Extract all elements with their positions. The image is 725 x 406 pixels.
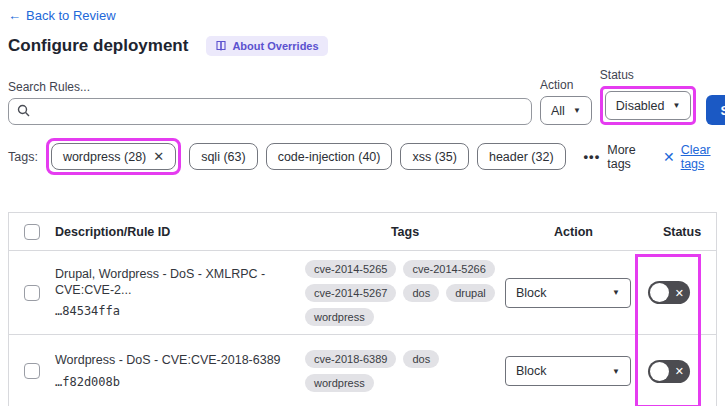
status-filter-highlight: Disabled ▼ (600, 86, 697, 125)
remove-tag-icon[interactable]: ✕ (153, 149, 164, 164)
status-filter-value: Disabled (616, 99, 665, 113)
page-header: Configure deployment About Overrides (8, 36, 717, 56)
rule-tag: drupal (446, 284, 495, 302)
book-icon (215, 40, 227, 52)
table-header-row: Description/Rule ID Tags Action Status (9, 213, 716, 251)
toggle-knob (650, 362, 669, 381)
action-select-value: Block (516, 286, 547, 300)
filter-bar: Search Rules... Action All ▼ Status Disa… (8, 68, 717, 125)
rule-tag: cve-2018-6389 (305, 350, 396, 368)
toggle-knob (650, 283, 669, 302)
status-filter-label: Status (600, 68, 697, 82)
rules-table: Description/Rule ID Tags Action Status D… (8, 212, 717, 406)
rule-tag: dos (403, 284, 439, 302)
rule-tag: cve-2014-5266 (403, 260, 494, 278)
action-filter-dropdown[interactable]: All ▼ (540, 96, 592, 125)
table-body: Drupal, Wordpress - DoS - XMLRPC - CVE:C… (9, 251, 716, 406)
rule-tag: wordpress (305, 308, 374, 326)
toggle-off-icon: ✕ (675, 366, 684, 377)
search-rules-input[interactable] (36, 105, 523, 119)
select-all-checkbox[interactable] (24, 224, 40, 240)
column-header-description: Description/Rule ID (55, 225, 295, 239)
status-toggle[interactable]: ✕ (648, 281, 690, 304)
action-select[interactable]: Block ▼ (505, 356, 631, 386)
chevron-down-icon: ▼ (573, 106, 581, 115)
back-arrow-icon: ← (8, 8, 21, 23)
tag-chip-list: sqli (63)code-injection (40)xss (35)head… (189, 143, 565, 170)
search-icon (17, 103, 30, 121)
back-link-label: Back to Review (26, 8, 116, 23)
tag-chip-wordpress[interactable]: wordpress (28) ✕ (51, 143, 176, 170)
column-header-status: Status (663, 225, 701, 239)
configure-deployment-page: ← Back to Review Configure deployment Ab… (0, 0, 725, 406)
tag-chip[interactable]: sqli (63) (189, 143, 257, 170)
action-filter-label: Action (540, 78, 592, 92)
tags-bar: Tags: wordpress (28) ✕ sqli (63)code-inj… (8, 138, 717, 175)
rule-id: …84534ffa (55, 304, 295, 318)
rule-description: Wordpress - DoS - CVE:CVE-2018-6389 (55, 353, 295, 369)
clear-tags-icon: ✕ (663, 149, 675, 165)
clear-tags-label: Clear tags (681, 143, 717, 171)
search-button[interactable]: Search (706, 95, 725, 125)
rule-tag: cve-2014-5267 (305, 284, 396, 302)
rule-tag-list: cve-2018-6389doswordpress (305, 342, 505, 400)
tag-chip[interactable]: xss (35) (400, 143, 468, 170)
table-row: Drupal, Wordpress - DoS - XMLRPC - CVE:C… (9, 251, 716, 335)
tags-bar-label: Tags: (8, 150, 38, 164)
chevron-down-icon: ▼ (612, 288, 620, 297)
status-toggle[interactable]: ✕ (648, 360, 690, 383)
about-overrides-badge[interactable]: About Overrides (206, 36, 327, 56)
clear-tags-button[interactable]: ✕ Clear tags (663, 143, 717, 171)
selected-tag-highlight: wordpress (28) ✕ (46, 138, 181, 175)
action-select[interactable]: Block ▼ (505, 278, 631, 308)
tag-chip[interactable]: code-injection (40) (266, 143, 393, 170)
rule-tag: dos (403, 350, 439, 368)
page-title: Configure deployment (8, 36, 188, 56)
column-header-action: Action (554, 225, 593, 239)
column-header-tags: Tags (391, 225, 419, 239)
rule-tag: cve-2014-5265 (305, 260, 396, 278)
action-filter-value: All (551, 104, 565, 118)
action-select-value: Block (516, 364, 547, 378)
tag-chip[interactable]: header (32) (477, 143, 566, 170)
rule-id: …f82d008b (55, 375, 295, 389)
chevron-down-icon: ▼ (612, 367, 620, 376)
status-filter-dropdown[interactable]: Disabled ▼ (605, 91, 692, 120)
rule-description: Drupal, Wordpress - DoS - XMLRPC - CVE:C… (55, 267, 295, 298)
table-row: Wordpress - DoS - CVE:CVE-2018-6389 …f82… (9, 335, 716, 406)
back-to-review-link[interactable]: ← Back to Review (8, 8, 116, 23)
row-checkbox[interactable] (24, 285, 40, 301)
more-tags-label: More tags (607, 143, 641, 171)
rule-tag-list: cve-2014-5265cve-2014-5266cve-2014-5267d… (305, 252, 505, 334)
chevron-down-icon: ▼ (672, 101, 680, 110)
search-box[interactable] (8, 98, 532, 125)
ellipsis-icon: ••• (584, 149, 601, 164)
more-tags-button[interactable]: ••• More tags (584, 143, 641, 171)
search-rules-label: Search Rules... (8, 80, 532, 94)
tag-chip-label: wordpress (28) (63, 150, 146, 164)
rule-tag: wordpress (305, 374, 374, 392)
row-checkbox[interactable] (24, 363, 40, 379)
about-overrides-label: About Overrides (232, 40, 318, 52)
toggle-off-icon: ✕ (675, 287, 684, 298)
